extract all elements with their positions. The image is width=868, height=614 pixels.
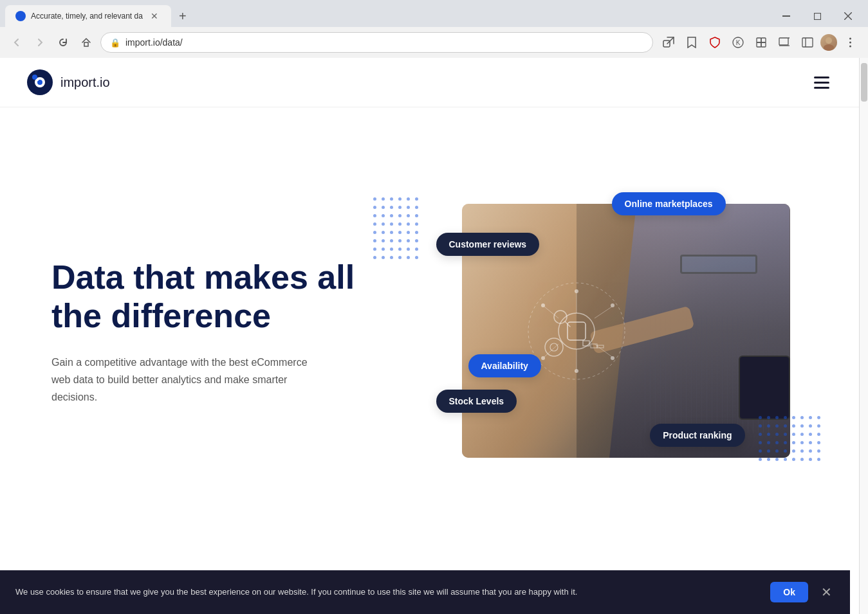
extension-k-button[interactable]: K bbox=[728, 32, 748, 53]
svg-point-42 bbox=[575, 289, 578, 293]
sidebar-button[interactable] bbox=[797, 32, 818, 53]
scrollbar-thumb[interactable] bbox=[861, 63, 867, 102]
svg-point-16 bbox=[826, 37, 832, 44]
chrome-menu-button[interactable] bbox=[840, 32, 860, 53]
logo-area[interactable]: import.io bbox=[26, 68, 110, 96]
tab-close-button[interactable]: ✕ bbox=[148, 10, 161, 23]
share-button[interactable] bbox=[658, 32, 679, 53]
tag-stock-levels: Stock Levels bbox=[436, 390, 517, 413]
tag-availability: Availability bbox=[468, 354, 541, 377]
hero-subtitle: Gain a competitive advantage with the be… bbox=[51, 354, 322, 406]
home-button[interactable] bbox=[77, 33, 95, 51]
lock-icon: 🔒 bbox=[110, 38, 120, 48]
dot-pattern-bottomright: for(let i=0;i<48;i++) document.write('<d… bbox=[759, 416, 820, 461]
minimize-button[interactable] bbox=[771, 5, 801, 27]
svg-text:K: K bbox=[736, 39, 741, 46]
bookmark-button[interactable] bbox=[681, 32, 702, 53]
reload-button[interactable] bbox=[54, 33, 72, 51]
tag-online-marketplaces: Online marketplaces bbox=[612, 192, 726, 215]
cast-button[interactable] bbox=[774, 32, 795, 53]
profile-avatar[interactable] bbox=[820, 34, 837, 51]
maximize-button[interactable] bbox=[802, 5, 832, 27]
dot-pattern-topleft: for(let i=0;i<48;i++) document.write('<d… bbox=[373, 197, 418, 259]
address-bar-row: 🔒 import.io/data/ K bbox=[0, 27, 868, 58]
svg-point-17 bbox=[824, 44, 834, 51]
extension-puzzle-button[interactable] bbox=[751, 32, 771, 53]
hero-section: Data that makes all the difference Gain … bbox=[0, 107, 859, 545]
cookie-ok-button[interactable]: Ok bbox=[770, 582, 808, 602]
site-navigation: import.io bbox=[0, 58, 859, 107]
hero-left: Data that makes all the difference Gain … bbox=[51, 258, 386, 406]
svg-point-20 bbox=[849, 46, 851, 48]
svg-point-47 bbox=[541, 303, 545, 307]
tab-title: Accurate, timely, and relevant da bbox=[31, 12, 143, 21]
hamburger-line-2 bbox=[814, 82, 829, 84]
hamburger-menu-button[interactable] bbox=[810, 73, 833, 93]
active-tab[interactable]: Accurate, timely, and relevant da ✕ bbox=[5, 5, 171, 27]
window-controls bbox=[771, 5, 863, 27]
svg-rect-14 bbox=[802, 38, 813, 47]
hero-title: Data that makes all the difference bbox=[51, 258, 360, 336]
toolbar-icons: K bbox=[658, 32, 860, 53]
svg-rect-12 bbox=[779, 38, 788, 45]
svg-rect-30 bbox=[591, 344, 597, 348]
svg-point-33 bbox=[550, 343, 558, 351]
back-button[interactable] bbox=[8, 33, 26, 51]
svg-rect-4 bbox=[84, 42, 88, 46]
svg-point-46 bbox=[541, 356, 545, 360]
svg-rect-11 bbox=[761, 42, 766, 47]
svg-point-45 bbox=[575, 369, 578, 373]
svg-point-18 bbox=[849, 38, 851, 40]
page-content: import.io Data that makes all the differ… bbox=[0, 58, 859, 614]
svg-point-43 bbox=[611, 303, 614, 307]
cookie-close-button[interactable]: ✕ bbox=[818, 583, 835, 601]
logo-icon bbox=[26, 68, 54, 96]
svg-point-19 bbox=[849, 42, 851, 44]
address-bar[interactable]: 🔒 import.io/data/ bbox=[100, 32, 653, 53]
svg-rect-10 bbox=[757, 42, 761, 47]
forward-button[interactable] bbox=[31, 33, 49, 51]
tab-bar: Accurate, timely, and relevant da ✕ + bbox=[0, 0, 868, 27]
svg-rect-9 bbox=[761, 38, 766, 42]
extension-shield-button[interactable] bbox=[705, 32, 725, 53]
svg-rect-28 bbox=[568, 322, 586, 340]
svg-rect-1 bbox=[814, 13, 820, 19]
scrollbar[interactable] bbox=[859, 58, 868, 614]
cookie-banner: We use cookies to ensure that we give yo… bbox=[0, 570, 850, 614]
hamburger-line-3 bbox=[814, 87, 829, 89]
address-text: import.io/data/ bbox=[125, 37, 643, 48]
hero-image-container: Online marketplaces Customer reviews Ava… bbox=[443, 204, 777, 461]
browser-chrome: Accurate, timely, and relevant da ✕ + bbox=[0, 0, 868, 58]
svg-rect-8 bbox=[757, 38, 761, 42]
tab-favicon bbox=[15, 11, 26, 21]
cookie-text: We use cookies to ensure that we give yo… bbox=[15, 586, 760, 599]
tag-customer-reviews: Customer reviews bbox=[436, 233, 540, 256]
svg-rect-0 bbox=[782, 15, 790, 17]
close-button[interactable] bbox=[833, 5, 863, 27]
hero-right: for(let i=0;i<48;i++) document.write('<d… bbox=[386, 204, 833, 461]
svg-point-44 bbox=[611, 356, 614, 360]
new-tab-button[interactable]: + bbox=[174, 6, 192, 26]
logo-text: import.io bbox=[60, 75, 110, 90]
svg-line-37 bbox=[595, 307, 612, 318]
tag-product-ranking: Product ranking bbox=[650, 424, 744, 447]
hamburger-line-1 bbox=[814, 77, 829, 78]
